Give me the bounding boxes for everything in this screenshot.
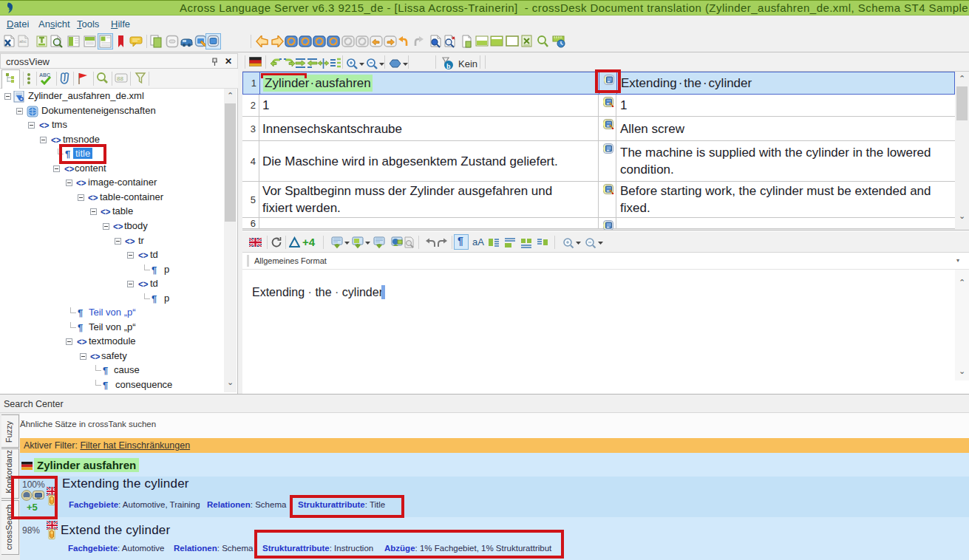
svg-text:88: 88 — [117, 75, 123, 82]
svg-text:b: b — [446, 63, 451, 70]
svg-text:ABC: ABC — [39, 72, 50, 78]
svg-text:abc: abc — [19, 39, 27, 44]
